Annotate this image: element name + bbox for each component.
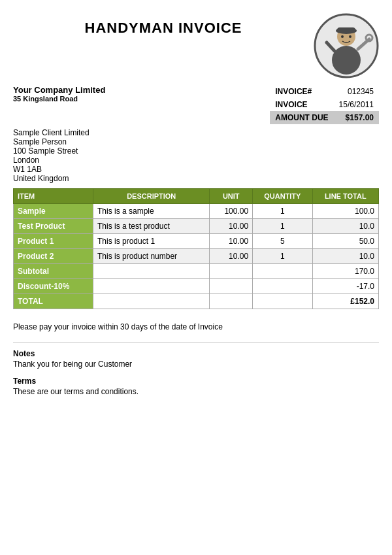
item-desc-cell: This is a sample xyxy=(93,204,210,219)
discount-value: -17.0 xyxy=(312,279,378,294)
col-header-item: ITEM xyxy=(14,189,93,204)
item-name-cell: Sample xyxy=(14,204,93,219)
invoice-page: HANDYMAN INVOICE xyxy=(13,13,379,396)
client-name: Sample Client Limited xyxy=(13,128,379,137)
item-name-cell: Product 2 xyxy=(14,249,93,264)
svg-point-9 xyxy=(349,35,351,38)
payment-note: Please pay your invoice within 30 days o… xyxy=(13,322,379,331)
invoice-amount-value: $157.00 xyxy=(334,111,379,124)
client-contact: Sample Person xyxy=(13,137,379,146)
svg-rect-4 xyxy=(337,27,355,33)
subtotal-empty1 xyxy=(93,264,210,279)
invoice-date-label: INVOICE xyxy=(270,98,333,111)
invoice-number-row: INVOICE# 012345 xyxy=(270,85,379,98)
item-desc-cell: This is a test product xyxy=(93,219,210,234)
notes-block: Notes Thank you for being our Customer xyxy=(13,349,379,369)
item-qty-cell: 5 xyxy=(253,234,312,249)
terms-title: Terms xyxy=(13,377,379,386)
item-desc-cell: This is product number xyxy=(93,249,210,264)
notes-title: Notes xyxy=(13,349,379,358)
invoice-meta-table: INVOICE# 012345 INVOICE 15/6/2011 AMOUNT… xyxy=(270,85,379,124)
subtotal-empty2 xyxy=(210,264,253,279)
svg-point-1 xyxy=(332,46,361,75)
table-row: Product 1This is product 110.00550.0 xyxy=(14,234,379,249)
invoice-date-value: 15/6/2011 xyxy=(334,98,379,111)
client-country: United Kingdom xyxy=(13,174,379,183)
svg-point-8 xyxy=(341,35,344,38)
notes-text: Thank you for being our Customer xyxy=(13,360,379,369)
invoice-amount-label: AMOUNT DUE xyxy=(270,111,333,124)
items-table: ITEM DESCRIPTION UNIT QUANTITY LINE TOTA… xyxy=(13,188,379,309)
item-total-cell: 10.0 xyxy=(312,219,378,234)
item-total-cell: 10.0 xyxy=(312,249,378,264)
total-empty3 xyxy=(253,294,312,309)
item-desc-cell: This is product 1 xyxy=(93,234,210,249)
item-unit-cell: 10.00 xyxy=(210,249,253,264)
col-header-description: DESCRIPTION xyxy=(93,189,210,204)
item-name-cell: Test Product xyxy=(14,219,93,234)
table-row: SampleThis is a sample100.001100.0 xyxy=(14,204,379,219)
section-divider xyxy=(13,342,379,343)
terms-text: These are our terms and conditions. xyxy=(13,387,379,396)
subtotal-value: 170.0 xyxy=(312,264,378,279)
discount-row: Discount-10% -17.0 xyxy=(14,279,379,294)
col-header-line-total: LINE TOTAL xyxy=(312,189,378,204)
item-qty-cell: 1 xyxy=(253,204,312,219)
item-total-cell: 100.0 xyxy=(312,204,378,219)
item-qty-cell: 1 xyxy=(253,219,312,234)
client-address1: 100 Sample Street xyxy=(13,146,379,156)
invoice-amount-row: AMOUNT DUE $157.00 xyxy=(270,111,379,124)
table-row: Product 2This is product number10.00110.… xyxy=(14,249,379,264)
total-label: TOTAL xyxy=(14,294,93,309)
col-header-unit: UNIT xyxy=(210,189,253,204)
invoice-number-value: 012345 xyxy=(334,85,379,98)
discount-empty1 xyxy=(93,279,210,294)
payment-text: Please pay your invoice within 30 days o… xyxy=(13,322,223,331)
table-row: Test ProductThis is a test product10.001… xyxy=(14,219,379,234)
subtotal-empty3 xyxy=(253,264,312,279)
total-row: TOTAL £152.0 xyxy=(14,294,379,309)
client-city: London xyxy=(13,156,379,165)
item-unit-cell: 100.00 xyxy=(210,204,253,219)
header-title-block: HANDYMAN INVOICE xyxy=(13,13,314,37)
invoice-number-label: INVOICE# xyxy=(270,85,333,98)
handyman-logo-svg xyxy=(314,13,379,78)
discount-empty3 xyxy=(253,279,312,294)
table-header-row: ITEM DESCRIPTION UNIT QUANTITY LINE TOTA… xyxy=(14,189,379,204)
client-info: Sample Client Limited Sample Person 100 … xyxy=(13,128,379,183)
client-postcode: W1 1AB xyxy=(13,165,379,174)
subtotal-label: Subtotal xyxy=(14,264,93,279)
total-value: £152.0 xyxy=(312,294,378,309)
item-unit-cell: 10.00 xyxy=(210,219,253,234)
terms-block: Terms These are our terms and conditions… xyxy=(13,377,379,396)
item-unit-cell: 10.00 xyxy=(210,234,253,249)
item-name-cell: Product 1 xyxy=(14,234,93,249)
col-header-quantity: QUANTITY xyxy=(253,189,312,204)
company-info: Your Company Limited 35 Kingsland Road xyxy=(13,85,105,103)
item-qty-cell: 1 xyxy=(253,249,312,264)
invoice-date-row: INVOICE 15/6/2011 xyxy=(270,98,379,111)
company-logo xyxy=(314,13,379,78)
total-empty1 xyxy=(93,294,210,309)
subtotal-row: Subtotal 170.0 xyxy=(14,264,379,279)
total-empty2 xyxy=(210,294,253,309)
invoice-title: HANDYMAN INVOICE xyxy=(13,20,314,37)
invoice-header: HANDYMAN INVOICE xyxy=(13,13,379,78)
company-name-line1: Your Company Limited xyxy=(13,85,105,95)
item-total-cell: 50.0 xyxy=(312,234,378,249)
discount-empty2 xyxy=(210,279,253,294)
company-address1: 35 Kingsland Road xyxy=(13,95,105,103)
invoice-details-block: INVOICE# 012345 INVOICE 15/6/2011 AMOUNT… xyxy=(270,85,379,124)
discount-label: Discount-10% xyxy=(14,279,93,294)
